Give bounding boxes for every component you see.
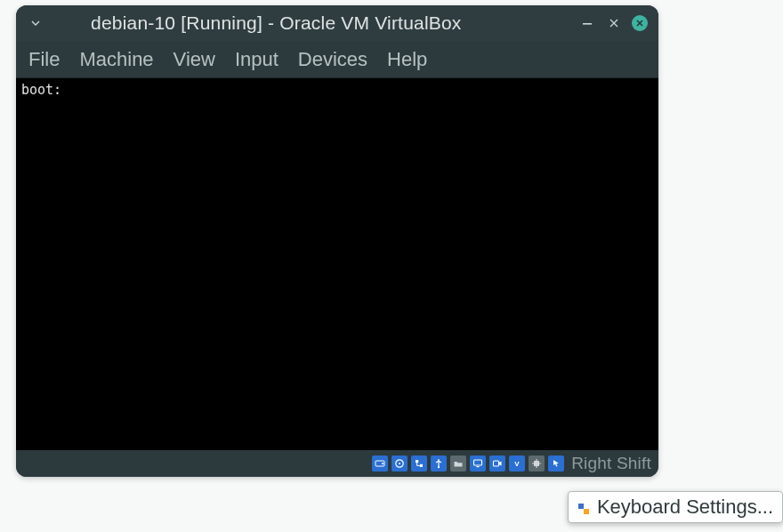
display-icon[interactable]: [470, 455, 486, 472]
svg-text:V: V: [514, 460, 520, 468]
recording-icon[interactable]: [489, 455, 505, 472]
guest-display[interactable]: boot:: [16, 78, 658, 450]
svg-point-2: [382, 463, 383, 464]
svg-rect-6: [420, 464, 423, 467]
keyboard-icon: [576, 499, 592, 515]
svg-rect-8: [474, 460, 482, 465]
minimize-button[interactable]: [578, 14, 596, 32]
menu-devices[interactable]: Devices: [298, 48, 367, 71]
svg-point-7: [438, 466, 440, 468]
console-prompt: boot:: [21, 82, 653, 98]
titlebar[interactable]: debian-10 [Running] - Oracle VM VirtualB…: [16, 5, 658, 41]
window-title: debian-10 [Running] - Oracle VM VirtualB…: [91, 12, 462, 34]
network-icon[interactable]: [411, 455, 427, 472]
menu-machine[interactable]: Machine: [79, 48, 153, 71]
maximize-button[interactable]: [605, 14, 623, 32]
menu-file[interactable]: File: [28, 48, 60, 71]
keyboard-settings-tooltip[interactable]: Keyboard Settings...: [568, 491, 783, 523]
svg-rect-13: [578, 504, 584, 509]
mouse-integration-icon[interactable]: [548, 455, 564, 472]
menubar: File Machine View Input Devices Help: [16, 41, 658, 78]
video-capture-icon[interactable]: V: [509, 455, 525, 472]
optical-disc-icon[interactable]: [392, 455, 408, 472]
svg-rect-9: [477, 466, 480, 467]
statusbar: V Right Shift: [16, 450, 658, 477]
menu-help[interactable]: Help: [387, 48, 427, 71]
menu-view[interactable]: View: [174, 48, 215, 71]
menu-input[interactable]: Input: [235, 48, 278, 71]
svg-rect-12: [534, 461, 539, 466]
hard-disk-icon[interactable]: [372, 455, 388, 472]
svg-rect-0: [583, 23, 592, 25]
vm-window: debian-10 [Running] - Oracle VM VirtualB…: [16, 5, 658, 477]
svg-rect-10: [494, 461, 499, 466]
dropdown-icon[interactable]: [25, 12, 46, 34]
shared-folders-icon[interactable]: [450, 455, 466, 472]
svg-rect-5: [416, 460, 418, 463]
usb-icon[interactable]: [431, 455, 447, 472]
cpu-icon[interactable]: [529, 455, 545, 472]
status-icons: V: [372, 455, 564, 472]
tooltip-label: Keyboard Settings...: [597, 496, 773, 519]
svg-point-4: [399, 463, 400, 464]
host-key-indicator[interactable]: Right Shift: [571, 454, 651, 473]
close-button[interactable]: [632, 15, 648, 31]
window-controls: [578, 14, 653, 32]
